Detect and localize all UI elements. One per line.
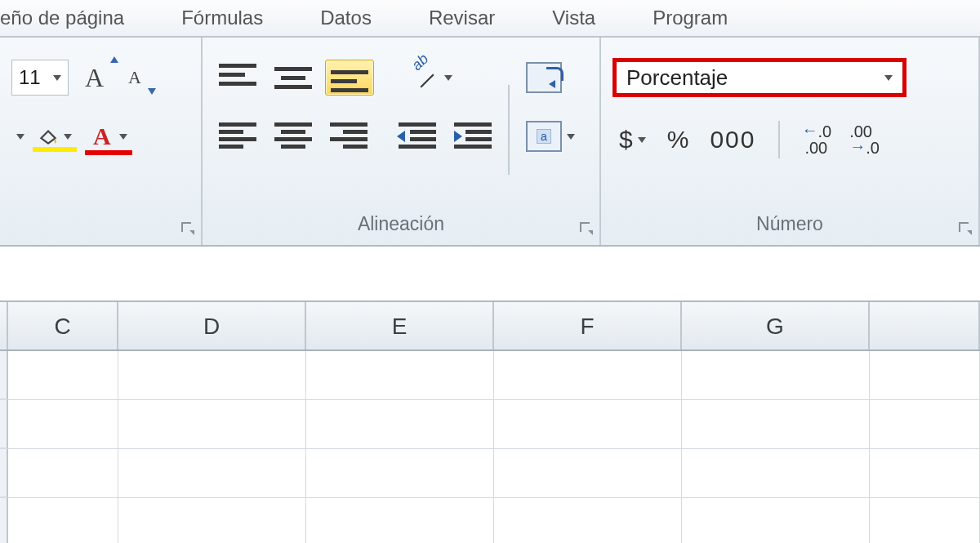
separator [778,121,780,158]
cell[interactable] [494,400,682,449]
number-format-value: Porcentaje [626,65,728,91]
ribbon-group-font: 11 A A [0,38,203,245]
tab-view[interactable]: Vista [552,7,595,29]
formula-bar[interactable] [0,247,980,302]
chevron-down-icon [444,75,452,81]
font-size-combobox[interactable]: 11 [11,60,69,96]
cell[interactable] [118,449,306,498]
row-header[interactable] [0,449,8,498]
row-header[interactable] [0,498,8,543]
cell[interactable] [306,498,494,543]
select-all-corner[interactable] [0,302,8,349]
cell[interactable] [8,449,118,498]
grow-font-button[interactable]: A [77,58,112,98]
wrap-text-button[interactable] [521,59,567,96]
cell[interactable] [494,498,682,543]
tab-page-layout[interactable]: eño de página [0,7,124,29]
cell[interactable] [494,351,682,400]
tab-data[interactable]: Datos [320,7,372,29]
fill-color-button[interactable] [33,122,77,150]
ribbon-group-label-alignment: Alineación [203,207,599,245]
cell[interactable] [118,400,306,449]
accounting-format-button[interactable]: $ [612,122,653,157]
column-header-g[interactable]: G [682,302,870,349]
align-right-button[interactable] [325,119,372,154]
font-size-value: 11 [19,66,41,89]
chevron-down-icon [53,75,61,81]
cell[interactable] [306,351,494,400]
row-header[interactable] [0,400,8,449]
grow-arrow-icon [110,56,118,63]
cell[interactable] [682,449,870,498]
number-format-combobox[interactable]: Porcentaje [612,58,906,97]
column-header-f[interactable]: F [494,302,682,349]
increase-decimal-button[interactable]: ←.0.00 [796,120,836,159]
font-color-swatch [85,150,132,155]
increase-indent-button[interactable] [449,119,497,154]
paint-bucket-icon [38,126,59,147]
cell[interactable] [682,351,870,400]
ribbon-tabs: eño de página Fórmulas Datos Revisar Vis… [0,0,980,38]
ribbon: 11 A A [0,38,980,247]
chevron-down-icon [64,134,72,140]
chevron-down-icon [638,137,646,143]
tab-developer[interactable]: Program [653,7,728,29]
ribbon-group-alignment: Alineación [203,38,601,245]
font-color-button[interactable]: A [85,119,132,154]
shrink-arrow-icon [148,88,156,95]
align-middle-button[interactable] [270,60,317,95]
cell[interactable] [8,498,118,543]
decrease-decimal-icon: .00→.0 [849,123,880,156]
align-left-button[interactable] [214,119,261,154]
column-header-d[interactable]: D [118,302,306,349]
percent-format-button[interactable]: % [661,122,696,157]
shrink-font-button[interactable]: A [120,62,149,93]
separator [508,85,510,175]
orientation-icon [407,62,439,93]
comma-style-button[interactable]: 000 [703,122,762,157]
dialog-launcher-icon[interactable] [180,220,196,237]
dialog-launcher-icon[interactable] [578,220,595,237]
chevron-down-icon [884,75,893,81]
cell[interactable] [682,498,870,543]
cell[interactable] [306,449,494,498]
cell[interactable] [8,400,118,449]
decrease-decimal-button[interactable]: .00→.0 [844,120,884,159]
align-top-button[interactable] [214,60,261,95]
merge-center-button[interactable] [521,118,580,155]
cell[interactable] [118,498,306,543]
decrease-indent-button[interactable] [394,119,441,154]
chevron-down-icon [119,134,127,140]
cell[interactable] [8,351,118,400]
ribbon-group-label-number: Número [601,207,978,245]
grid-row [0,351,980,400]
cell[interactable] [494,449,682,498]
wrap-text-icon [526,62,562,93]
ribbon-group-label-font [0,207,201,245]
increase-decimal-icon: ←.0.00 [801,123,831,156]
merge-cells-icon [526,121,562,152]
tab-formulas[interactable]: Fórmulas [181,7,263,29]
orientation-button[interactable] [402,59,457,96]
worksheet-grid[interactable] [0,351,980,543]
column-header-c[interactable]: C [8,302,118,349]
column-header-e[interactable]: E [306,302,494,349]
cell[interactable] [870,498,980,543]
row-header[interactable] [0,351,8,400]
cell[interactable] [682,400,870,449]
cell[interactable] [870,351,980,400]
column-header-row: C D E F G [0,302,980,351]
tab-review[interactable]: Revisar [429,7,495,29]
grid-row [0,498,980,543]
cell[interactable] [870,449,980,498]
dialog-launcher-icon[interactable] [957,220,973,237]
cell[interactable] [118,351,306,400]
chevron-down-icon [567,134,575,140]
cell[interactable] [306,400,494,449]
column-header-next[interactable] [870,302,980,349]
align-bottom-button[interactable] [325,60,374,96]
border-dropdown-caret[interactable] [16,134,24,140]
align-center-button[interactable] [270,119,317,154]
cell[interactable] [870,400,980,449]
grid-row [0,400,980,449]
